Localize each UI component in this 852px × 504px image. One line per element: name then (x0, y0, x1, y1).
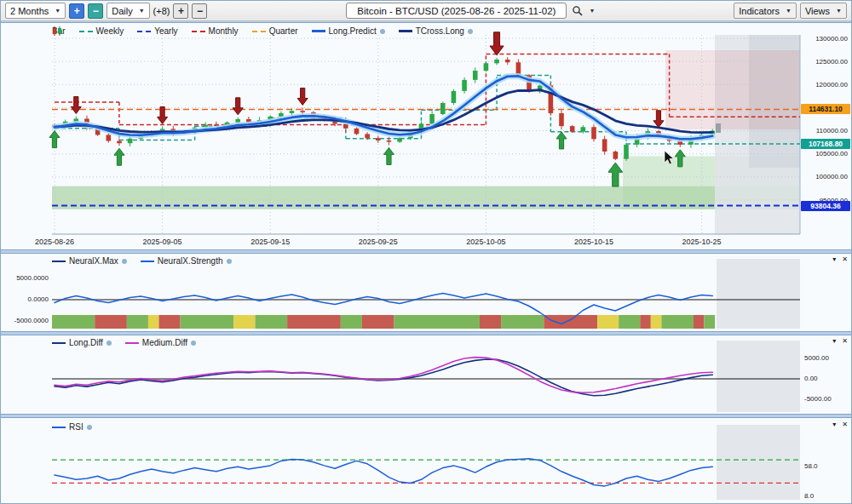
search-icon[interactable] (572, 5, 584, 17)
x-axis-label: 2025-09-15 (240, 238, 300, 246)
remove-bars-button[interactable]: − (192, 3, 207, 19)
chevron-down-icon: ▼ (786, 8, 792, 14)
info-icon[interactable] (87, 425, 92, 430)
weekly-price-badge: 107168.80 (801, 139, 850, 149)
x-axis-label: 2025-08-26 (25, 238, 84, 246)
legend-item-monthly[interactable]: Monthly (192, 26, 239, 36)
legend-item-long-diff[interactable]: Long.Diff (52, 338, 112, 347)
collapse-panel-icon[interactable]: ▾ (832, 421, 836, 428)
y-axis-label: 120000.00 (803, 81, 848, 89)
neuralx-panel: NeuralX.MaxNeuralX.Strength ▾ ✕ 5000.000… (1, 253, 852, 332)
legend-label: Monthly (209, 26, 239, 36)
close-panel-icon[interactable]: ✕ (842, 421, 848, 428)
diff-panel: Long.DiffMedium.Diff ▾ ✕ 5000.000.00-500… (1, 335, 852, 415)
interval-dropdown[interactable]: Daily ▼ (106, 3, 149, 19)
y-axis-label: 130000.00 (803, 35, 848, 43)
interval-value: Daily (112, 6, 132, 16)
period-value: 2 Months (10, 6, 49, 16)
diff-legend: Long.DiffMedium.Diff (52, 338, 196, 347)
y-axis-label: 0.00 (804, 375, 850, 382)
legend-item-weekly[interactable]: Weekly (79, 26, 124, 36)
dashed-line-icon (137, 31, 151, 32)
legend-label: TCross.Long (416, 26, 464, 36)
line-icon (399, 30, 412, 32)
period-decrease-button[interactable]: − (88, 3, 103, 19)
period-increase-button[interactable]: + (69, 3, 84, 19)
legend-item-quarter[interactable]: Quarter (252, 26, 298, 36)
yearly-price-badge: 93804.36 (801, 201, 850, 211)
y-axis-label: 8.0 (804, 492, 850, 500)
y-axis-label: 5000.0000 (4, 274, 49, 282)
dashed-line-icon (252, 31, 266, 32)
info-icon[interactable] (468, 29, 473, 34)
toolbar-right: Indicators ▼ Views ▼ (734, 3, 847, 19)
title-group: Bitcoin - BTC/USD (2025-08-26 - 2025-11-… (346, 3, 595, 19)
collapse-panel-icon[interactable]: ▾ (832, 337, 836, 345)
line-icon (312, 30, 325, 32)
main-chart-legend: BarWeeklyYearlyMonthlyQuarterLong.Predic… (52, 26, 473, 36)
x-axis-label: 2025-10-15 (564, 238, 624, 246)
info-icon[interactable] (106, 341, 112, 346)
legend-item-yearly[interactable]: Yearly (137, 26, 177, 36)
legend-item-tcross-long[interactable]: TCross.Long (399, 26, 473, 36)
legend-label: Yearly (154, 26, 177, 36)
indicators-label: Indicators (739, 6, 780, 16)
diff-canvas[interactable] (1, 335, 852, 415)
chevron-down-icon: ▼ (836, 8, 842, 14)
line-icon (52, 261, 66, 262)
views-label: Views (805, 6, 830, 16)
views-dropdown[interactable]: Views ▼ (800, 3, 847, 19)
toolbar: 2 Months ▼ + − Daily ▼ (+8) + − Bitcoin … (1, 1, 851, 21)
x-axis-label: 2025-09-05 (133, 238, 193, 246)
y-axis-label: 105000.00 (803, 150, 848, 158)
legend-item-neuralx-strength[interactable]: NeuralX.Strength (141, 256, 232, 266)
panel-controls: ▾ ✕ (832, 255, 848, 263)
line-icon (141, 261, 154, 262)
legend-item-neuralx-max[interactable]: NeuralX.Max (52, 256, 127, 266)
y-axis-label: 100000.00 (803, 173, 848, 180)
line-icon (125, 342, 139, 344)
legend-item-long-predict[interactable]: Long.Predict (312, 26, 385, 36)
main-chart-panel: BarWeeklyYearlyMonthlyQuarterLong.Predic… (1, 22, 852, 250)
toolbar-left: 2 Months ▼ + − Daily ▼ (+8) + − (5, 3, 207, 19)
legend-label: Quarter (269, 26, 298, 36)
dashed-line-icon (79, 31, 93, 32)
y-axis-label: 0.0000 (4, 295, 49, 303)
rsi-legend: RSI (52, 422, 92, 432)
info-icon[interactable] (380, 29, 385, 34)
y-axis-label: 5000.00 (804, 354, 850, 362)
close-panel-icon[interactable]: ✕ (842, 255, 848, 263)
chart-title[interactable]: Bitcoin - BTC/USD (2025-08-26 - 2025-11-… (346, 3, 567, 19)
legend-label: RSI (69, 422, 83, 432)
legend-label: Long.Predict (329, 26, 377, 36)
panel-controls: ▾ ✕ (832, 337, 848, 345)
dashed-line-icon (192, 31, 205, 32)
legend-item-medium-diff[interactable]: Medium.Diff (125, 338, 196, 347)
line-icon (52, 342, 66, 344)
info-icon[interactable] (227, 259, 232, 264)
indicators-dropdown[interactable]: Indicators ▼ (734, 3, 797, 19)
add-bars-button[interactable]: + (173, 3, 188, 19)
legend-label: Weekly (96, 26, 124, 36)
x-axis-label: 2025-10-25 (672, 238, 732, 246)
legend-label: NeuralX.Max (69, 256, 118, 266)
y-axis-label: 58.0 (804, 462, 850, 470)
info-icon[interactable] (191, 341, 196, 346)
y-axis-label: -5000.00 (804, 395, 850, 403)
panel-controls: ▾ ✕ (832, 421, 848, 428)
close-panel-icon[interactable]: ✕ (842, 337, 848, 345)
chevron-down-icon: ▼ (139, 8, 145, 14)
period-dropdown[interactable]: 2 Months ▼ (5, 3, 66, 19)
chevron-down-icon[interactable]: ▼ (589, 8, 595, 14)
chevron-down-icon: ▼ (55, 8, 60, 14)
collapse-panel-icon[interactable]: ▾ (832, 255, 836, 263)
legend-item-bar[interactable]: Bar (52, 26, 66, 36)
legend-item-rsi[interactable]: RSI (52, 422, 92, 432)
line-icon (52, 427, 66, 428)
info-icon[interactable] (122, 259, 127, 264)
rsi-canvas[interactable] (1, 418, 852, 504)
candlestick-icon (52, 26, 63, 36)
neuralx-legend: NeuralX.MaxNeuralX.Strength (52, 256, 232, 266)
price-chart-canvas[interactable] (1, 23, 852, 251)
y-axis-label: 125000.00 (803, 58, 848, 66)
